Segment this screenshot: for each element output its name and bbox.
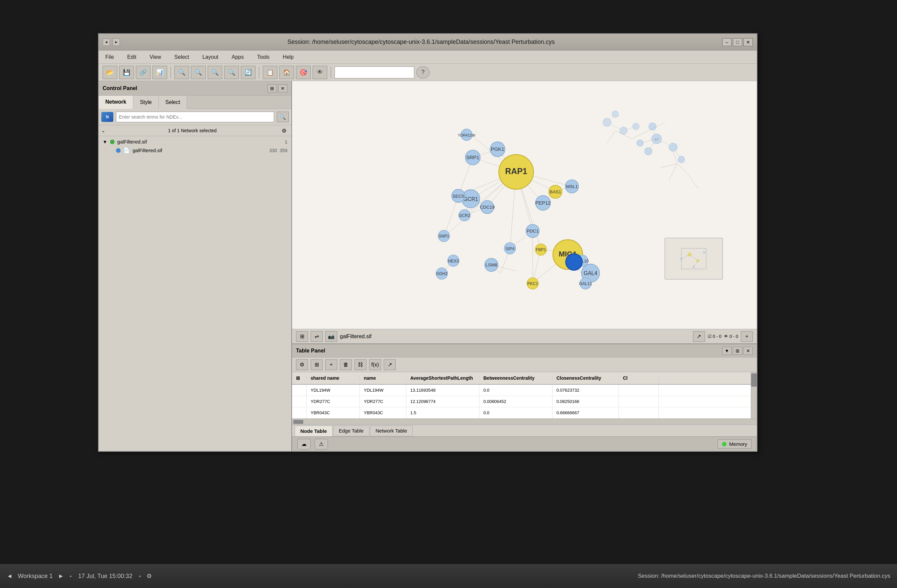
svg-text:ST: ST [655, 138, 659, 141]
network-canvas[interactable]: RAP1 GCR1 CDC19 PEP12 MIG1 [292, 81, 757, 329]
tab-edge-table[interactable]: Edge Table [333, 426, 369, 436]
table-panel-dropdown-btn[interactable]: ▼ [722, 347, 732, 355]
menu-edit[interactable]: Edit [125, 53, 139, 61]
table-row[interactable]: YBR043C YBR043C 1.5 0.0 0.66666667 [292, 407, 751, 419]
row-name-1: YDL194W [360, 385, 406, 396]
tab-node-table[interactable]: Node Table [295, 426, 332, 436]
help-btn[interactable]: ? [416, 66, 430, 78]
network-tree: ▼ galFiltered.sif 1 📄 galFiltered.sif 33… [99, 136, 291, 451]
table-func-btn[interactable]: f(x) [369, 360, 381, 370]
col-header-name[interactable]: name [360, 375, 406, 381]
tab-select[interactable]: Select [159, 96, 187, 109]
table-panel-header: Table Panel ▼ ⊞ ✕ [292, 344, 757, 357]
tab-network-table[interactable]: Network Table [370, 426, 413, 436]
tab-network[interactable]: Network [99, 96, 133, 109]
panel-close-btn[interactable]: ✕ [278, 84, 287, 92]
workspace-prev-btn[interactable]: ◄ [7, 573, 12, 580]
network-child-counts: 330 359 [269, 148, 288, 153]
open-file-btn[interactable]: 📂 [103, 66, 117, 79]
col-header-closeness[interactable]: ClosenessCentrality [553, 375, 619, 381]
col-header-cl[interactable]: Cl [619, 375, 659, 381]
grid-view-btn[interactable]: ⊞ [296, 331, 308, 342]
menu-help[interactable]: Help [280, 53, 296, 61]
table-delete-btn[interactable]: 🗑 [340, 360, 352, 370]
menu-tools[interactable]: Tools [254, 53, 272, 61]
net-export-btn[interactable]: ↗ [693, 331, 705, 342]
table-panel-close-btn[interactable]: ✕ [744, 347, 753, 355]
window-title: Session: /home/seluser/cytoscape/cytosca… [120, 38, 722, 46]
zoom-out-btn[interactable]: 🔍 [191, 66, 206, 79]
horizontal-scrollbar[interactable] [292, 419, 757, 424]
net-tab-btn-3[interactable]: 📷 [325, 331, 337, 342]
col-header-shared-name[interactable]: shared name [307, 375, 360, 381]
network-toolbar: ⌄ 1 of 1 Network selected ⚙ [99, 125, 291, 136]
table-row[interactable]: YDL194W YDL194W 13.11693548 0.0 0.076237… [292, 385, 751, 396]
minimize-button[interactable]: – [722, 38, 732, 46]
row-shared-name-3: YBR043C [307, 407, 360, 418]
workspace-next-btn[interactable]: ► [58, 573, 64, 580]
table-settings-btn[interactable]: ⚙ [296, 360, 308, 370]
network-settings-btn[interactable]: ⚙ [279, 127, 289, 135]
menu-file[interactable]: File [103, 53, 116, 61]
taskbar-settings-icon[interactable]: ⚙ [147, 573, 152, 580]
save-btn[interactable]: 💾 [119, 66, 134, 79]
table-panel-expand-btn[interactable]: ⊞ [733, 347, 742, 355]
group-arrow-icon: ▼ [103, 139, 107, 144]
eye-btn[interactable]: 👁 [312, 66, 327, 79]
menu-select[interactable]: Select [172, 53, 192, 61]
menu-view[interactable]: View [147, 53, 164, 61]
ndex-search-btn[interactable]: 🔍 [277, 112, 289, 122]
svg-text:SIP4: SIP4 [506, 247, 514, 251]
close-button[interactable]: ✕ [744, 38, 753, 46]
col-header-avg[interactable]: AverageShortestPathLength [406, 375, 479, 381]
main-content: Control Panel ⊞ ✕ Network Style Select N [99, 81, 757, 451]
title-bar-unpin-btn[interactable]: ► [113, 38, 120, 46]
share-btn[interactable]: 🔗 [136, 66, 150, 79]
warning-btn[interactable]: ⚠ [315, 439, 328, 449]
cloud-btn[interactable]: ☁ [297, 439, 311, 449]
svg-point-111 [612, 111, 618, 118]
search-input[interactable] [335, 66, 414, 78]
control-panel-tabs: Network Style Select [99, 96, 291, 109]
menu-apps[interactable]: Apps [229, 53, 246, 61]
table-content: ⊞ shared name name AverageShortestPathLe… [292, 372, 757, 419]
svg-text:PGK1: PGK1 [491, 146, 504, 152]
memory-button[interactable]: Memory [718, 439, 752, 449]
maximize-button[interactable]: □ [733, 38, 742, 46]
ndex-search-input[interactable] [116, 112, 274, 122]
title-bar-pin-btn[interactable]: ◄ [103, 38, 110, 46]
network-group-row[interactable]: ▼ galFiltered.sif 1 [103, 138, 287, 146]
zoom-in-btn[interactable]: 🔍 [175, 66, 189, 79]
target-btn[interactable]: 🎯 [296, 66, 311, 79]
table-columns-btn[interactable]: ⊞ [311, 360, 323, 370]
expand-arrow-icon[interactable]: ⌄ [101, 128, 105, 133]
net-tab-btn-2[interactable]: ⇌ [311, 331, 323, 342]
svg-text:YDR412W: YDR412W [458, 133, 475, 137]
table-add-btn[interactable]: ＋ [325, 360, 337, 370]
network-svg: RAP1 GCR1 CDC19 PEP12 MIG1 [292, 81, 757, 329]
net-add-btn[interactable]: ＋ [741, 331, 753, 342]
table-scrollbar[interactable] [751, 372, 757, 419]
svg-text:SRP1: SRP1 [467, 155, 479, 160]
clipboard-btn[interactable]: 📋 [263, 66, 277, 79]
svg-text:LSM8: LSM8 [485, 262, 497, 267]
tab-style[interactable]: Style [133, 96, 159, 109]
table-row[interactable]: YDR277C YDR277C 12.12096774 0.00806452 0… [292, 396, 751, 407]
zoom-fit-btn[interactable]: 🔍 [208, 66, 222, 79]
chart-btn[interactable]: 📊 [153, 66, 167, 79]
col-header-between[interactable]: BetweennessCentrality [479, 375, 553, 381]
menu-layout[interactable]: Layout [200, 53, 221, 61]
zoom-selected-btn[interactable]: 🔍 [224, 66, 239, 79]
network-child-row[interactable]: 📄 galFiltered.sif 330 359 [103, 146, 287, 155]
table-panel-title: Table Panel [296, 348, 325, 354]
panel-detach-btn[interactable]: ⊞ [268, 84, 277, 92]
app-window: ◄ ► Session: /home/seluser/cytoscape/cyt… [98, 33, 758, 452]
table-link-btn[interactable]: ⛓ [355, 360, 366, 370]
svg-text:SNP1: SNP1 [439, 234, 450, 239]
home-btn[interactable]: 🏠 [279, 66, 294, 79]
control-panel-header: Control Panel ⊞ ✕ [99, 81, 291, 96]
refresh-btn[interactable]: 🔄 [241, 66, 256, 79]
svg-point-112 [632, 123, 639, 130]
table-export-btn[interactable]: ↗ [384, 360, 396, 370]
row-name-3: YBR043C [360, 407, 406, 418]
